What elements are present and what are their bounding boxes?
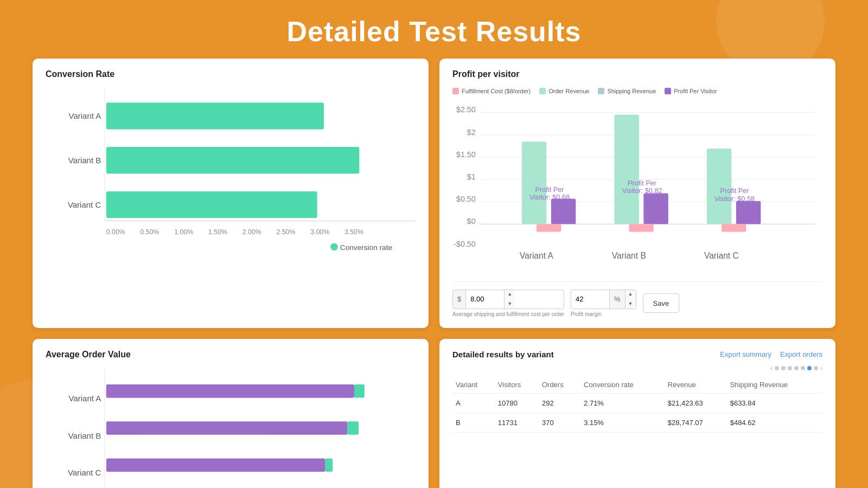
svg-text:Profit Per: Profit Per [628,179,657,187]
margin-input[interactable] [571,295,609,303]
cell-visitors: 11731 [495,413,539,432]
pagination-prev[interactable]: ‹ [770,364,773,372]
svg-text:0.50%: 0.50% [141,228,159,236]
margin-group: % ▲ ▼ Profit margin [571,290,636,317]
aov-svg: Variant A Variant B Variant C $0.00 $10.… [46,368,416,488]
profit-svg: $2.50 $2 $1.50 $1 $0.50 $0 -$0.50 Profit… [452,101,822,271]
col-revenue: Revenue [665,376,727,394]
shipping-cost-input[interactable] [466,295,504,303]
dot-4[interactable] [801,366,805,370]
cell-revenue: $21,423.63 [665,393,727,413]
col-conversion: Conversion rate [580,376,665,394]
export-summary-link[interactable]: Export summary [720,350,771,358]
profit-visitor-color [665,88,671,94]
svg-text:$0: $0 [467,217,476,226]
dot-0[interactable] [775,366,779,370]
svg-text:Profit Per: Profit Per [720,187,749,195]
margin-label: Profit margin [571,311,636,317]
svg-rect-7 [106,191,317,218]
margin-input-wrapper[interactable]: % ▲ ▼ [571,290,636,309]
conversion-rate-chart: Variant A Variant B Variant C 0.00% 0.50… [46,88,416,251]
cell-conversion: 2.71% [580,393,665,413]
fulfillment-color [452,88,459,94]
svg-point-16 [330,243,338,251]
table-title: Detailed results by variant [452,350,554,359]
dollar-prefix: $ [453,290,466,309]
svg-text:3.00%: 3.00% [310,228,329,236]
dot-5[interactable] [807,366,812,370]
shipping-down-btn[interactable]: ▼ [505,299,515,309]
svg-text:Variant B: Variant B [68,431,101,440]
percent-suffix: % [609,290,625,309]
pagination-next[interactable]: › [820,364,822,372]
cell-orders: 370 [539,413,580,432]
svg-text:Variant A: Variant A [69,111,101,120]
table-row: A 10780 292 2.71% $21,423.63 $633.84 [452,393,822,413]
cell-variant: B [452,413,495,432]
svg-rect-60 [106,458,326,472]
svg-rect-3 [106,102,324,129]
margin-up-btn[interactable]: ▲ [626,290,636,299]
table-header-row: Variant Visitors Orders Conversion rate … [452,376,822,394]
legend-order-revenue: Order Revenue [539,88,589,94]
cell-conversion: 3.15% [580,413,665,432]
cell-visitors: 10780 [495,393,539,413]
export-orders-link[interactable]: Export orders [780,350,822,358]
shipping-label: Average shipping and fulfillment cost pe… [452,311,564,317]
svg-text:Visitor: $0.82: Visitor: $0.82 [622,187,662,195]
fulfillment-label: Fulfillment Cost ($8/order) [462,88,531,94]
table-actions: Export summary Export orders [720,350,822,358]
shipping-up-btn[interactable]: ▲ [505,290,515,299]
svg-text:Variant C: Variant C [704,251,739,260]
profit-visitor-label: Profit Per Visitor [674,88,717,94]
average-order-value-card: Average Order Value Variant A Variant B … [33,339,429,488]
cell-shipping: $633.84 [727,393,822,413]
svg-rect-5 [106,147,359,174]
svg-text:Variant B: Variant B [68,156,101,165]
profit-per-visitor-card: Profit per visitor Fulfillment Cost ($8/… [439,59,835,328]
dot-2[interactable] [788,366,792,370]
shipping-revenue-label: Shipping Revenue [607,88,656,94]
svg-rect-55 [354,384,365,398]
legend-profit-per-visitor: Profit Per Visitor [665,88,717,94]
cell-revenue: $28,747.07 [665,413,727,432]
svg-text:2.00%: 2.00% [242,228,261,236]
profit-legend: Fulfillment Cost ($8/order) Order Revenu… [452,88,822,94]
dot-6[interactable] [814,366,818,370]
cell-variant: A [452,393,495,413]
shipping-spinner[interactable]: ▲ ▼ [504,290,515,309]
cell-shipping: $484.62 [727,413,822,432]
svg-text:Visitor: $0.68: Visitor: $0.68 [529,193,570,201]
svg-text:Visitor: $0.58: Visitor: $0.58 [714,195,755,203]
svg-text:$1.50: $1.50 [456,150,476,159]
legend-shipping-revenue: Shipping Revenue [598,88,656,94]
order-revenue-label: Order Revenue [548,88,589,94]
svg-text:$1: $1 [467,172,476,181]
svg-text:2.50%: 2.50% [277,228,296,236]
conversion-rate-card: Conversion Rate Variant A Variant B Vari… [33,59,429,328]
col-shipping: Shipping Revenue [727,376,822,394]
svg-rect-61 [326,458,333,472]
margin-spinner[interactable]: ▲ ▼ [625,290,636,309]
save-button[interactable]: Save [643,293,680,313]
svg-rect-44 [736,201,761,224]
svg-rect-33 [537,224,561,232]
table-header: Detailed results by variant Export summa… [452,350,822,359]
dot-3[interactable] [794,366,799,370]
margin-down-btn[interactable]: ▼ [626,299,636,309]
shipping-cost-input-wrapper[interactable]: $ ▲ ▼ [452,290,564,309]
col-variant: Variant [452,376,495,394]
dot-1[interactable] [781,366,786,370]
table-row: B 11731 370 3.15% $28,747.07 $484.62 [452,413,822,432]
svg-rect-57 [106,421,348,435]
cell-orders: 292 [539,393,580,413]
aov-title: Average Order Value [46,350,416,359]
svg-text:-$0.50: -$0.50 [454,240,475,248]
svg-text:Conversion rate: Conversion rate [340,243,392,251]
legend-fulfillment: Fulfillment Cost ($8/order) [452,88,531,94]
svg-rect-31 [522,142,546,224]
col-visitors: Visitors [495,376,539,394]
svg-text:$2.50: $2.50 [456,105,476,114]
svg-rect-54 [106,384,354,398]
shipping-revenue-color [598,88,604,94]
